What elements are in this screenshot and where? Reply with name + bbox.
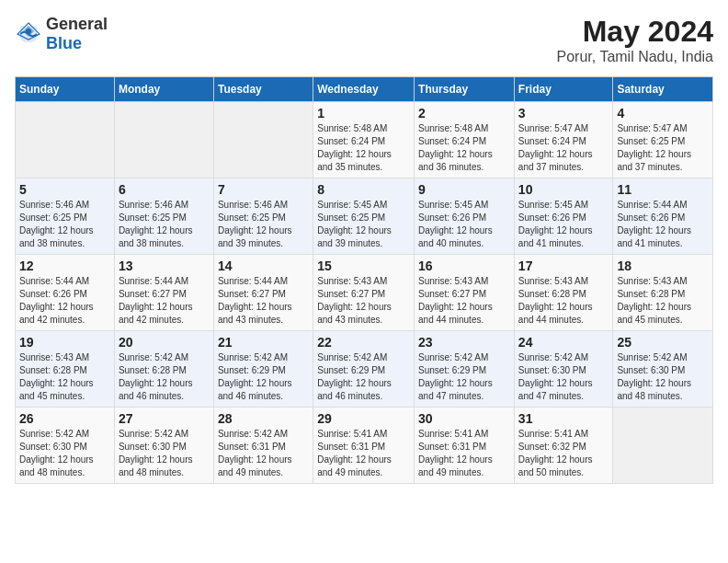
- calendar-cell: 4Sunrise: 5:47 AM Sunset: 6:25 PM Daylig…: [613, 102, 713, 178]
- day-number: 4: [617, 106, 709, 121]
- calendar-week-5: 26Sunrise: 5:42 AM Sunset: 6:30 PM Dayli…: [16, 408, 713, 484]
- day-info: Sunrise: 5:46 AM Sunset: 6:25 PM Dayligh…: [218, 199, 309, 250]
- calendar-cell: 30Sunrise: 5:41 AM Sunset: 6:31 PM Dayli…: [415, 408, 515, 484]
- day-number: 8: [317, 182, 410, 197]
- day-info: Sunrise: 5:42 AM Sunset: 6:28 PM Dayligh…: [119, 351, 210, 403]
- day-number: 20: [119, 335, 210, 350]
- calendar-cell: 19Sunrise: 5:43 AM Sunset: 6:28 PM Dayli…: [16, 331, 115, 408]
- calendar-week-2: 5Sunrise: 5:46 AM Sunset: 6:25 PM Daylig…: [16, 178, 713, 255]
- day-number: 5: [19, 182, 110, 197]
- day-number: 25: [617, 335, 709, 350]
- calendar-cell: 13Sunrise: 5:44 AM Sunset: 6:27 PM Dayli…: [114, 255, 213, 331]
- calendar-title: May 2024: [557, 15, 713, 49]
- day-info: Sunrise: 5:44 AM Sunset: 6:27 PM Dayligh…: [218, 275, 309, 327]
- calendar-cell: 8Sunrise: 5:45 AM Sunset: 6:25 PM Daylig…: [313, 178, 415, 255]
- calendar-cell: 24Sunrise: 5:42 AM Sunset: 6:30 PM Dayli…: [514, 331, 613, 408]
- calendar-cell: 21Sunrise: 5:42 AM Sunset: 6:29 PM Dayli…: [213, 331, 313, 408]
- day-info: Sunrise: 5:48 AM Sunset: 6:24 PM Dayligh…: [418, 122, 510, 174]
- day-info: Sunrise: 5:45 AM Sunset: 6:25 PM Dayligh…: [317, 199, 410, 250]
- day-info: Sunrise: 5:42 AM Sunset: 6:29 PM Dayligh…: [317, 351, 410, 403]
- day-number: 9: [418, 182, 510, 197]
- day-info: Sunrise: 5:47 AM Sunset: 6:25 PM Dayligh…: [617, 122, 709, 174]
- day-info: Sunrise: 5:42 AM Sunset: 6:30 PM Dayligh…: [119, 428, 210, 479]
- day-info: Sunrise: 5:44 AM Sunset: 6:26 PM Dayligh…: [19, 275, 110, 327]
- calendar-week-3: 12Sunrise: 5:44 AM Sunset: 6:26 PM Dayli…: [16, 255, 713, 331]
- calendar-cell: 27Sunrise: 5:42 AM Sunset: 6:30 PM Dayli…: [114, 408, 213, 484]
- calendar-cell: 17Sunrise: 5:43 AM Sunset: 6:28 PM Dayli…: [514, 255, 613, 331]
- day-number: 6: [119, 182, 210, 197]
- calendar-cell: [16, 102, 115, 178]
- calendar-cell: 5Sunrise: 5:46 AM Sunset: 6:25 PM Daylig…: [16, 178, 115, 255]
- day-info: Sunrise: 5:42 AM Sunset: 6:31 PM Dayligh…: [218, 428, 309, 479]
- day-info: Sunrise: 5:43 AM Sunset: 6:28 PM Dayligh…: [617, 275, 709, 327]
- header-day-monday: Monday: [114, 77, 213, 102]
- day-number: 31: [518, 411, 609, 426]
- day-number: 1: [317, 106, 410, 121]
- day-info: Sunrise: 5:45 AM Sunset: 6:26 PM Dayligh…: [518, 199, 609, 250]
- calendar-cell: 18Sunrise: 5:43 AM Sunset: 6:28 PM Dayli…: [613, 255, 713, 331]
- calendar-cell: 26Sunrise: 5:42 AM Sunset: 6:30 PM Dayli…: [16, 408, 115, 484]
- header-day-tuesday: Tuesday: [213, 77, 313, 102]
- calendar-cell: 3Sunrise: 5:47 AM Sunset: 6:24 PM Daylig…: [514, 102, 613, 178]
- day-number: 17: [518, 259, 609, 273]
- calendar-cell: 31Sunrise: 5:41 AM Sunset: 6:32 PM Dayli…: [514, 408, 613, 484]
- title-area: May 2024 Porur, Tamil Nadu, India: [557, 15, 713, 65]
- day-info: Sunrise: 5:46 AM Sunset: 6:25 PM Dayligh…: [119, 199, 210, 250]
- calendar-cell: 20Sunrise: 5:42 AM Sunset: 6:28 PM Dayli…: [114, 331, 213, 408]
- svg-point-2: [26, 29, 31, 34]
- day-number: 2: [418, 106, 510, 121]
- day-number: 21: [218, 335, 309, 350]
- calendar-cell: 11Sunrise: 5:44 AM Sunset: 6:26 PM Dayli…: [613, 178, 713, 255]
- calendar-cell: 9Sunrise: 5:45 AM Sunset: 6:26 PM Daylig…: [415, 178, 515, 255]
- header-day-sunday: Sunday: [16, 77, 115, 102]
- day-number: 16: [418, 259, 510, 273]
- header-day-friday: Friday: [514, 77, 613, 102]
- header-day-wednesday: Wednesday: [313, 77, 415, 102]
- logo-blue-text: Blue: [46, 34, 82, 52]
- calendar-cell: 12Sunrise: 5:44 AM Sunset: 6:26 PM Dayli…: [16, 255, 115, 331]
- day-number: 7: [218, 182, 309, 197]
- day-info: Sunrise: 5:42 AM Sunset: 6:29 PM Dayligh…: [218, 351, 309, 403]
- day-number: 24: [518, 335, 609, 350]
- day-info: Sunrise: 5:46 AM Sunset: 6:25 PM Dayligh…: [19, 199, 110, 250]
- day-number: 13: [119, 259, 210, 273]
- day-info: Sunrise: 5:41 AM Sunset: 6:31 PM Dayligh…: [418, 428, 510, 479]
- day-number: 30: [418, 411, 510, 426]
- calendar-week-4: 19Sunrise: 5:43 AM Sunset: 6:28 PM Dayli…: [16, 331, 713, 408]
- day-info: Sunrise: 5:47 AM Sunset: 6:24 PM Dayligh…: [518, 122, 609, 174]
- day-info: Sunrise: 5:41 AM Sunset: 6:32 PM Dayligh…: [518, 428, 609, 479]
- calendar-cell: 2Sunrise: 5:48 AM Sunset: 6:24 PM Daylig…: [415, 102, 515, 178]
- day-info: Sunrise: 5:43 AM Sunset: 6:27 PM Dayligh…: [317, 275, 410, 327]
- day-info: Sunrise: 5:44 AM Sunset: 6:26 PM Dayligh…: [617, 199, 709, 250]
- day-number: 22: [317, 335, 410, 350]
- calendar-cell: 7Sunrise: 5:46 AM Sunset: 6:25 PM Daylig…: [213, 178, 313, 255]
- day-info: Sunrise: 5:45 AM Sunset: 6:26 PM Dayligh…: [418, 199, 510, 250]
- header: General Blue May 2024 Porur, Tamil Nadu,…: [15, 15, 713, 65]
- day-number: 18: [617, 259, 709, 273]
- calendar-table: SundayMondayTuesdayWednesdayThursdayFrid…: [15, 76, 713, 484]
- calendar-cell: 29Sunrise: 5:41 AM Sunset: 6:31 PM Dayli…: [313, 408, 415, 484]
- day-number: 26: [19, 411, 110, 426]
- day-info: Sunrise: 5:43 AM Sunset: 6:28 PM Dayligh…: [19, 351, 110, 403]
- day-info: Sunrise: 5:42 AM Sunset: 6:30 PM Dayligh…: [617, 351, 709, 403]
- day-number: 29: [317, 411, 410, 426]
- calendar-cell: [114, 102, 213, 178]
- day-number: 23: [418, 335, 510, 350]
- day-info: Sunrise: 5:42 AM Sunset: 6:30 PM Dayligh…: [518, 351, 609, 403]
- day-number: 19: [19, 335, 110, 350]
- calendar-week-1: 1Sunrise: 5:48 AM Sunset: 6:24 PM Daylig…: [16, 102, 713, 178]
- header-day-saturday: Saturday: [613, 77, 713, 102]
- calendar-cell: 23Sunrise: 5:42 AM Sunset: 6:29 PM Dayli…: [415, 331, 515, 408]
- calendar-cell: 16Sunrise: 5:43 AM Sunset: 6:27 PM Dayli…: [415, 255, 515, 331]
- calendar-cell: 1Sunrise: 5:48 AM Sunset: 6:24 PM Daylig…: [313, 102, 415, 178]
- day-info: Sunrise: 5:43 AM Sunset: 6:27 PM Dayligh…: [418, 275, 510, 327]
- day-info: Sunrise: 5:42 AM Sunset: 6:29 PM Dayligh…: [418, 351, 510, 403]
- day-number: 11: [617, 182, 709, 197]
- calendar-cell: 15Sunrise: 5:43 AM Sunset: 6:27 PM Dayli…: [313, 255, 415, 331]
- calendar-cell: 28Sunrise: 5:42 AM Sunset: 6:31 PM Dayli…: [213, 408, 313, 484]
- logo-icon: [15, 20, 42, 48]
- day-info: Sunrise: 5:43 AM Sunset: 6:28 PM Dayligh…: [518, 275, 609, 327]
- day-number: 14: [218, 259, 309, 273]
- day-info: Sunrise: 5:42 AM Sunset: 6:30 PM Dayligh…: [19, 428, 110, 479]
- day-info: Sunrise: 5:48 AM Sunset: 6:24 PM Dayligh…: [317, 122, 410, 174]
